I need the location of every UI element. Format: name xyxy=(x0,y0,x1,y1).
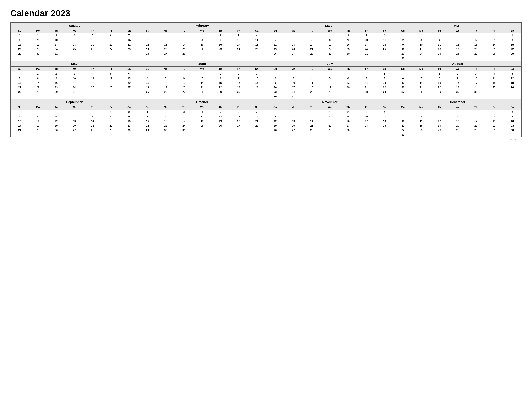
calendar-cell: 2 xyxy=(120,110,138,115)
calendar-cell: 23 xyxy=(229,85,248,90)
calendar-cell: 23 xyxy=(339,124,357,128)
calendar-cell: 21 xyxy=(11,85,29,90)
calendar-cell: 10 xyxy=(467,76,485,81)
calendar-cell xyxy=(248,52,266,56)
calendar-cell: 29 xyxy=(376,90,394,94)
calendar-cell: 13 xyxy=(284,119,303,124)
calendar-cell: 1 xyxy=(11,33,29,38)
calendar-cell xyxy=(448,110,467,115)
calendar-cell: 9 xyxy=(339,114,357,119)
page-title: Calendar 2023 xyxy=(10,8,522,18)
calendar-cell: 18 xyxy=(193,119,211,124)
day-header-tu: Tu xyxy=(303,105,321,110)
day-header-fr: Fr xyxy=(102,105,120,110)
calendar-cell xyxy=(303,110,321,115)
calendar-cell: 7 xyxy=(485,38,503,42)
calendar-cell: 22 xyxy=(503,47,521,52)
calendar-cell: 22 xyxy=(485,124,503,128)
calendar-cell: 5 xyxy=(47,114,65,119)
calendar-cell: 30 xyxy=(266,94,285,99)
day-header-we: We xyxy=(321,29,339,33)
calendar-cell: 18 xyxy=(430,47,449,52)
calendar-cell: 14 xyxy=(193,81,211,85)
calendar-cell: 4 xyxy=(485,71,503,76)
day-header-su: Su xyxy=(11,105,29,110)
day-header-fr: Fr xyxy=(357,29,376,33)
calendar-cell xyxy=(485,33,503,38)
day-header-th: Th xyxy=(467,67,485,71)
calendar-cell xyxy=(303,33,321,38)
calendar-cell: 22 xyxy=(321,47,339,52)
calendar-cell: 2 xyxy=(448,71,467,76)
calendar-cell xyxy=(303,94,321,99)
month-june: JuneSuMoTuWeThFrSa1234567891011121314151… xyxy=(138,61,266,99)
calendar-cell: 8 xyxy=(430,76,449,81)
calendar-cell: 4 xyxy=(376,33,394,38)
calendar-cell xyxy=(376,94,394,99)
calendar-cell xyxy=(412,71,430,76)
day-header-we: We xyxy=(321,105,339,110)
calendar-cell xyxy=(156,71,175,76)
calendar-cell: 2 xyxy=(266,76,285,81)
day-header-fr: Fr xyxy=(102,67,120,71)
calendar-cell: 3 xyxy=(248,71,266,76)
calendar-cell: 26 xyxy=(156,90,175,94)
calendar-cell: 26 xyxy=(321,90,339,94)
calendar-cell xyxy=(321,94,339,99)
calendar-cell xyxy=(430,110,449,115)
calendar-cell xyxy=(248,128,266,133)
calendar-cell: 27 xyxy=(448,128,467,133)
calendar-cell xyxy=(357,94,376,99)
calendar-cell: 13 xyxy=(339,81,357,85)
calendar-cell xyxy=(412,110,430,115)
calendar-cell: 15 xyxy=(211,81,229,85)
calendar-cell: 14 xyxy=(175,42,193,47)
calendar-cell xyxy=(193,71,211,76)
calendar-cell xyxy=(84,110,102,115)
calendar-cell: 25 xyxy=(248,47,266,52)
calendar-cell: 27 xyxy=(284,128,303,133)
calendar-cell: 8 xyxy=(321,38,339,42)
month-september: SeptemberSuMoTuWeThFrSa12345678910111213… xyxy=(11,99,138,137)
calendar-cell xyxy=(284,33,303,38)
calendar-cell: 11 xyxy=(412,119,430,124)
calendar-cell: 28 xyxy=(485,52,503,56)
calendar-cell: 22 xyxy=(138,124,157,128)
month-title-july: July xyxy=(266,61,394,67)
calendar-cell xyxy=(339,94,357,99)
calendar-cell: 5 xyxy=(266,114,285,119)
calendar-cell: 9 xyxy=(47,76,65,81)
calendar-cell xyxy=(211,128,229,133)
day-header-sa: Sa xyxy=(376,67,394,71)
calendar-cell: 13 xyxy=(467,42,485,47)
calendar-cell: 10 xyxy=(175,114,193,119)
day-header-fr: Fr xyxy=(229,29,248,33)
day-header-mo: Mo xyxy=(156,67,175,71)
calendar-cell xyxy=(430,33,449,38)
calendar-cell: 26 xyxy=(102,85,120,90)
calendar-cell xyxy=(193,52,211,56)
calendar-cell: 19 xyxy=(266,47,285,52)
day-header-mo: Mo xyxy=(156,105,175,110)
day-header-sa: Sa xyxy=(503,29,521,33)
calendar-cell: 13 xyxy=(394,81,412,85)
calendar-cell xyxy=(430,133,449,137)
calendar-cell: 19 xyxy=(138,47,157,52)
calendar-cell: 18 xyxy=(65,42,84,47)
calendar-cell xyxy=(467,133,485,137)
calendar-cell: 22 xyxy=(430,85,449,90)
calendar-cell xyxy=(394,33,412,38)
calendar-cell: 11 xyxy=(376,38,394,42)
calendar-cell: 14 xyxy=(303,42,321,47)
day-header-th: Th xyxy=(84,67,102,71)
calendar-cell: 7 xyxy=(467,114,485,119)
calendar-cell xyxy=(175,71,193,76)
calendar-cell: 21 xyxy=(303,47,321,52)
calendar-cell: 30 xyxy=(394,56,412,61)
calendar-cell: 1 xyxy=(376,71,394,76)
day-header-tu: Tu xyxy=(430,67,449,71)
calendar-cell: 20 xyxy=(394,85,412,90)
day-header-tu: Tu xyxy=(303,29,321,33)
calendar-cell: 26 xyxy=(138,52,157,56)
day-header-sa: Sa xyxy=(503,105,521,110)
